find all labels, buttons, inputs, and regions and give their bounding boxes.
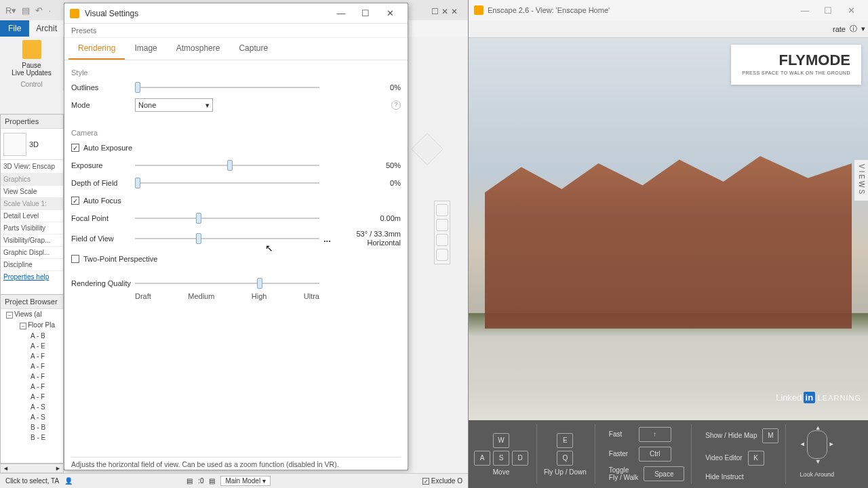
maximize-button[interactable]: ☐	[816, 5, 840, 16]
tree-item[interactable]: A - E	[1, 341, 63, 351]
flymode-title: FLYMODE	[742, 52, 850, 69]
main-model-dropdown[interactable]: Main Model ▾	[220, 476, 270, 486]
tree-item[interactable]: A - S	[1, 412, 63, 422]
visual-settings-dialog: Visual Settings — ☐ ✕ Presets Rendering …	[64, 3, 408, 470]
vs-statusbar: Adjusts the horizontal field of view. Ca…	[71, 457, 401, 468]
qat-icon[interactable]: ·	[48, 5, 51, 16]
auto-exposure-label: Auto Exposure	[83, 144, 132, 152]
tree-root[interactable]: –Views (al	[1, 309, 63, 320]
prop-row[interactable]: Detail Level	[1, 210, 63, 222]
enscape-viewport[interactable]: FLYMODE PRESS SPACE TO WALK ON THE GROUN…	[469, 38, 868, 420]
quality-slider[interactable]	[135, 278, 319, 289]
row-auto-focus: ✓ Auto Focus	[71, 192, 401, 209]
tree-item[interactable]: A - F	[1, 392, 63, 402]
revit-status-bar: Click to select, TA 👤 ▤ :0 ▤ Main Model …	[0, 473, 468, 488]
view-thumb-label: 3D	[29, 140, 39, 148]
prop-row[interactable]: Discipline	[1, 259, 63, 271]
close-button[interactable]: ✕	[378, 5, 402, 21]
nav-wheel-icon[interactable]	[436, 204, 448, 216]
tab-atmosphere[interactable]: Atmosphere	[167, 38, 230, 60]
prop-row[interactable]: Graphic Displ...	[1, 247, 63, 259]
tab-rendering[interactable]: Rendering	[68, 38, 125, 60]
tree-item[interactable]: A - B	[1, 331, 63, 341]
tab-capture[interactable]: Capture	[229, 38, 277, 60]
qat-icon[interactable]: ↶	[35, 5, 43, 16]
view-thumb-icon	[3, 133, 26, 156]
qat-icon[interactable]: ▤	[22, 5, 30, 16]
tree-item[interactable]: B - B	[1, 422, 63, 432]
focal-slider[interactable]	[135, 213, 319, 224]
hscroll[interactable]: ◄►	[0, 464, 64, 473]
tree-item[interactable]: A - F	[1, 382, 63, 392]
tree-floor-plans[interactable]: –Floor Pla	[1, 320, 63, 331]
key-a: A	[474, 451, 490, 466]
fov-slider[interactable]	[135, 233, 319, 244]
minimize-button[interactable]: —	[793, 5, 816, 16]
tree-item[interactable]: A - S	[1, 402, 63, 412]
vs-body: Style Outlines 0% Mode None▾ ? Camera ✓ …	[64, 60, 408, 303]
exposure-slider[interactable]	[135, 160, 319, 171]
pause-icon[interactable]	[22, 40, 41, 59]
flymode-badge: FLYMODE PRESS SPACE TO WALK ON THE GROUN…	[731, 45, 861, 85]
two-point-checkbox[interactable]	[71, 255, 79, 263]
enscape-titlebar[interactable]: Enscape 2.6 - View: 'Enscape Home' — ☐ ✕	[469, 0, 868, 20]
status-icon[interactable]: ▤	[186, 477, 193, 485]
doc-tab-close-icon[interactable]: ☐	[431, 7, 439, 16]
enscape-title: Enscape 2.6 - View: 'Enscape Home'	[488, 6, 610, 14]
enscape-icon	[70, 9, 79, 18]
tree-item[interactable]: A - F	[1, 371, 63, 382]
key-q: Q	[557, 451, 573, 466]
depth-slider[interactable]	[135, 178, 319, 188]
help-icon[interactable]: ?	[391, 100, 401, 110]
status-icon[interactable]: ▤	[209, 477, 215, 485]
key-m: M	[762, 428, 778, 443]
doc-tab-close-icon[interactable]: ✕	[451, 7, 458, 16]
nav-orbit-icon[interactable]	[436, 249, 448, 261]
fov-ellipsis[interactable]: ...	[323, 234, 331, 244]
key-e: E	[557, 433, 573, 448]
minimize-button[interactable]: —	[329, 5, 353, 21]
auto-exposure-checkbox[interactable]: ✓	[71, 144, 79, 152]
nav-zoom-icon[interactable]	[436, 234, 448, 246]
prop-row[interactable]: Parts Visibility	[1, 222, 63, 235]
views-tab[interactable]: VIEWS	[854, 160, 868, 201]
prop-row[interactable]: Visibility/Grap...	[1, 235, 63, 247]
auto-focus-checkbox[interactable]: ✓	[71, 197, 79, 205]
vs-titlebar[interactable]: Visual Settings — ☐ ✕	[64, 3, 408, 24]
tree-item[interactable]: B - E	[1, 432, 63, 443]
prop-group: Graphics	[1, 174, 63, 186]
section-camera: Camera	[71, 129, 401, 137]
nav-pan-icon[interactable]	[436, 219, 448, 231]
cursor-icon: ↖	[265, 243, 273, 253]
toolbar-item[interactable]: rate	[833, 25, 846, 33]
enscape-toolbar: rate ⓘ ▾	[469, 20, 868, 38]
exclude-label: Exclude O	[431, 477, 462, 485]
file-menu[interactable]: File	[0, 20, 29, 37]
tree-item[interactable]: A - F	[1, 361, 63, 371]
enscape-icon	[474, 5, 484, 15]
presets-label[interactable]: Presets	[64, 24, 408, 38]
viewcube[interactable]	[411, 133, 443, 165]
tab-image[interactable]: Image	[125, 38, 166, 60]
row-fov: Field of View ... 53° / 33.3mmHorizontal	[71, 227, 401, 250]
close-button[interactable]: ✕	[840, 5, 863, 16]
vs-tabs: Rendering Image Atmosphere Capture	[64, 38, 408, 60]
properties-help-link[interactable]: Properties help	[1, 271, 63, 283]
toolbar-help-icon[interactable]: ⓘ	[850, 24, 857, 34]
misc-keys: Show / Hide MapM Video EditorK Hide Inst…	[698, 424, 786, 484]
ribbon-tab-architecture[interactable]: Archit	[29, 20, 64, 37]
mode-dropdown[interactable]: None▾	[135, 98, 213, 112]
exclude-checkbox[interactable]: ✓	[422, 478, 429, 485]
view-name[interactable]: 3D View: Enscap	[1, 160, 63, 174]
doc-tab-close-icon[interactable]: ✕	[441, 7, 448, 16]
maximize-button[interactable]: ☐	[353, 5, 378, 21]
status-icon[interactable]: 👤	[64, 477, 73, 485]
quality-label: Rendering Quality	[71, 279, 135, 287]
vs-title: Visual Settings	[85, 9, 329, 18]
tree-item[interactable]: A - F	[1, 351, 63, 361]
toolbar-menu-icon[interactable]: ▾	[861, 24, 865, 33]
prop-row: Scale Value 1:	[1, 198, 63, 210]
two-point-label: Two-Point Perspective	[83, 255, 157, 263]
prop-row[interactable]: View Scale	[1, 186, 63, 198]
outlines-slider[interactable]	[135, 82, 319, 93]
